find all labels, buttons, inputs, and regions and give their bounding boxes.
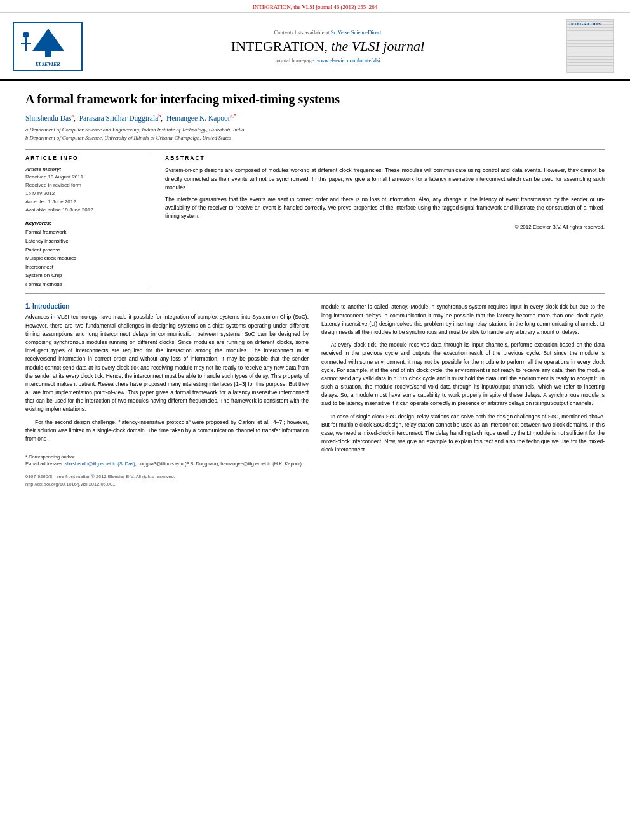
- homepage-link[interactable]: www.elsevier.com/locate/vlsi: [317, 57, 380, 63]
- received-revised-label: Received in revised form: [25, 182, 142, 190]
- keyword-item: System-on-Chip: [25, 271, 142, 280]
- keyword-item: Formal framework: [25, 228, 142, 237]
- elsevier-brand-text: ELSEVIER: [17, 62, 79, 67]
- elsevier-logo-svg: [17, 25, 80, 60]
- title-part1: INTEGRATION,: [231, 38, 328, 54]
- footnotes: * Corresponding author. E-mail addresses…: [25, 450, 309, 468]
- intro-para4: At every clock tick, the module receives…: [321, 341, 605, 408]
- keywords-label: Keywords:: [25, 220, 142, 226]
- journal-citation: INTEGRATION, the VLSI journal 46 (2013) …: [253, 4, 378, 10]
- abstract-para2: The interface guarantees that the events…: [165, 196, 605, 221]
- body-columns: 1. Introduction Advances in VLSI technol…: [25, 303, 605, 488]
- bottom-strip: 0167-9260/$ - see front matter © 2012 El…: [25, 473, 309, 488]
- received-date: Received 10 August 2011: [25, 173, 142, 182]
- abstract-column: ABSTRACT System-on-chip designs are comp…: [165, 155, 605, 288]
- authors-line: Shirshendu Dasa, Parasara Sridhar Duggir…: [25, 113, 605, 122]
- affiliation-a: a Department of Computer Science and Eng…: [25, 126, 605, 134]
- article-main: A formal framework for interfacing mixed…: [0, 81, 630, 500]
- body-col-left: 1. Introduction Advances in VLSI technol…: [25, 303, 309, 488]
- article-title: A formal framework for interfacing mixed…: [25, 92, 605, 107]
- accepted-date: Accepted 1 June 2012: [25, 198, 142, 206]
- intro-para5: In case of single clock SoC design, rela…: [321, 413, 605, 455]
- keyword-item: Formal methods: [25, 280, 142, 289]
- abstract-para1: System-on-chip designs are composed of m…: [165, 166, 605, 192]
- affiliations: a Department of Computer Science and Eng…: [25, 126, 605, 142]
- thumb-label: INTEGRATION: [569, 22, 601, 27]
- keyword-item: Multiple clock modules: [25, 254, 142, 263]
- keyword-item: Patient process: [25, 246, 142, 255]
- keyword-item: Latency insensitive: [25, 237, 142, 246]
- svg-point-2: [23, 32, 29, 38]
- email1-link[interactable]: shirshendu@iitg.ernet.in (S. Das),: [65, 461, 137, 467]
- title-italic: the VLSI journal: [328, 38, 424, 54]
- article-info-heading: ARTICLE INFO: [25, 155, 142, 161]
- intro-para2: For the second design challenge, "latenc…: [25, 418, 309, 444]
- homepage-label: journal homepage:: [275, 57, 316, 63]
- issn-line: 0167-9260/$ - see front matter © 2012 El…: [25, 473, 309, 481]
- body-col-right: module to another is called latency. Mod…: [321, 303, 605, 488]
- section1-right-body: module to another is called latency. Mod…: [321, 303, 605, 454]
- abstract-heading: ABSTRACT: [165, 155, 605, 161]
- email-label: E-mail addresses:: [25, 461, 64, 467]
- section1-heading: 1. Introduction: [25, 303, 309, 310]
- email2-text: duggira3@illinois.edu (P.S. Duggirala), …: [138, 461, 303, 467]
- svg-marker-1: [32, 29, 64, 51]
- journal-center: Contents lists available at SciVerse Sci…: [95, 29, 560, 63]
- intro-para1: Advances in VLSI technology have made it…: [25, 313, 309, 413]
- revised-date: 15 May 2012: [25, 190, 142, 198]
- keyword-item: Interconnect: [25, 263, 142, 272]
- divider-top: [25, 149, 605, 150]
- sciverse-label: Contents lists available at: [274, 29, 330, 36]
- article-history: Article history: Received 10 August 2011…: [25, 166, 142, 214]
- keywords-section: Keywords: Formal frameworkLatency insens…: [25, 220, 142, 288]
- journal-title: INTEGRATION, the VLSI journal: [95, 38, 560, 55]
- doi-line: http://dx.doi.org/10.1016/j.vlsi.2012.06…: [25, 481, 309, 488]
- info-abstract-columns: ARTICLE INFO Article history: Received 1…: [25, 155, 605, 288]
- sciverse-link[interactable]: SciVerse ScienceDirect: [331, 29, 382, 36]
- journal-header: ELSEVIER Contents lists available at Sci…: [0, 13, 630, 81]
- author-duggirala[interactable]: Parasara Sridhar Duggirala: [79, 114, 159, 122]
- elsevier-logo: ELSEVIER: [13, 22, 83, 71]
- thumb-image: INTEGRATION: [566, 19, 614, 73]
- intro-para3: module to another is called latency. Mod…: [321, 303, 605, 337]
- divider-body: [25, 293, 605, 294]
- keywords-list: Formal frameworkLatency insensitivePatie…: [25, 228, 142, 288]
- email-line: E-mail addresses: shirshendu@iitg.ernet.…: [25, 460, 309, 467]
- history-label: Article history:: [25, 166, 142, 172]
- author-das[interactable]: Shirshendu Das: [25, 114, 72, 122]
- top-bar: INTEGRATION, the VLSI journal 46 (2013) …: [0, 0, 630, 13]
- logo-area: ELSEVIER: [13, 22, 95, 71]
- journal-homepage-line: journal homepage: www.elsevier.com/locat…: [95, 57, 560, 63]
- affiliation-b: b Department of Computer Science, Univer…: [25, 134, 605, 142]
- abstract-text: System-on-chip designs are composed of m…: [165, 166, 605, 220]
- author-kapoor[interactable]: Hemangee K. Kapoor: [166, 114, 231, 122]
- available-date: Available online 19 June 2012: [25, 206, 142, 215]
- copyright-text: © 2012 Elsevier B.V. All rights reserved…: [165, 224, 605, 230]
- section1-body: Advances in VLSI technology have made it…: [25, 313, 309, 443]
- corresponding-author: * Corresponding author.: [25, 453, 309, 460]
- journal-thumbnail: INTEGRATION: [566, 19, 617, 73]
- sciverse-line: Contents lists available at SciVerse Sci…: [95, 29, 560, 36]
- article-info-column: ARTICLE INFO Article history: Received 1…: [25, 155, 152, 288]
